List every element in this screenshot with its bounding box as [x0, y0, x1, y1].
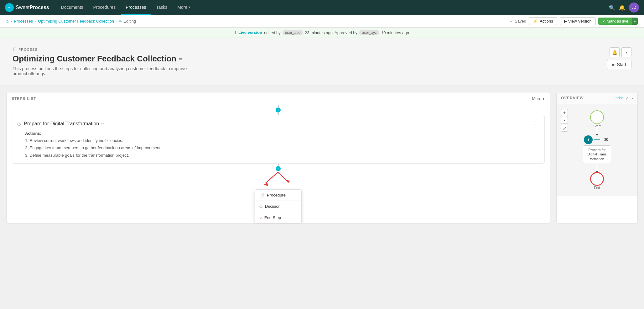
- chevron-right-icon[interactable]: ›: [631, 96, 633, 101]
- print-link[interactable]: print: [615, 96, 623, 100]
- steps-more-button[interactable]: More ▾: [532, 96, 545, 101]
- diamond-icon: ◇: [259, 204, 262, 209]
- list-item: Review current workflows and identify in…: [25, 137, 539, 144]
- brand-name: SweetProcess: [16, 5, 49, 10]
- zoom-out-button[interactable]: -: [561, 117, 568, 124]
- step-options-button[interactable]: ⋮: [530, 120, 539, 128]
- notifications-icon[interactable]: 🔔: [619, 5, 625, 11]
- overview-header-actions: print ⤢ ›: [615, 96, 633, 101]
- icon-buttons: 🔔 ⋮: [610, 47, 631, 57]
- step-type-dropdown: 📄 Procedure ◇ Decision ○ End Step: [255, 189, 302, 223]
- step-1-box-wrapper: Prepare for Digital Trans formation: [583, 145, 611, 163]
- nav-processes[interactable]: Processes: [121, 0, 150, 15]
- list-item: Define measurable goals for the transfor…: [25, 152, 539, 159]
- process-title: Optimizing Customer Feedback Collection …: [13, 54, 200, 64]
- circle-icon: ○: [259, 215, 262, 220]
- live-version-link[interactable]: Live version: [238, 30, 262, 35]
- process-label: 📋 PROCESS: [13, 47, 200, 51]
- brand-logo[interactable]: SweetProcess: [5, 3, 49, 12]
- user-avatar[interactable]: JD: [629, 3, 639, 13]
- zoom-in-button[interactable]: +: [561, 109, 568, 116]
- start-circle: [590, 110, 604, 124]
- end-circle: [590, 172, 604, 186]
- arrow-indicators: [247, 170, 309, 189]
- breadcrumb-home[interactable]: ⌂: [6, 19, 9, 24]
- process-info: 📋 PROCESS Optimizing Customer Feedback C…: [13, 47, 200, 76]
- start-node: Start: [590, 110, 604, 128]
- overview-title: OVERVIEW: [561, 96, 584, 100]
- process-description: This process outlines the steps for coll…: [13, 66, 200, 76]
- brand-icon: [5, 3, 14, 12]
- dropdown-procedure[interactable]: 📄 Procedure: [255, 190, 301, 201]
- steps-list-title: STEPS LIST: [12, 97, 36, 101]
- navbar: SweetProcess Documents Procedures Proces…: [0, 0, 644, 15]
- live-version-banner: ℹ Live version edited by user_abc 23 min…: [0, 28, 644, 38]
- breadcrumb-actions: ✓ Saved ⚡ Actions ▶ View Version ✓ Mark …: [510, 17, 638, 25]
- process-header-actions: 🔔 ⋮ ▶ Start: [607, 47, 631, 69]
- editor-user-tag: user_abc: [283, 30, 303, 35]
- arrow-1: [597, 128, 597, 135]
- title-edit-icon[interactable]: ✏: [179, 56, 183, 61]
- step-type-icon: ◇: [17, 121, 21, 127]
- mark-live-group: ✓ Mark as live ▾: [598, 18, 638, 25]
- breadcrumb-editing: ✏ Editing: [119, 19, 136, 24]
- dropdown-decision[interactable]: ◇ Decision: [255, 201, 301, 212]
- list-item: Engage key team members to gather feedba…: [25, 144, 539, 151]
- process-title-row: 📋 PROCESS Optimizing Customer Feedback C…: [13, 47, 631, 76]
- breadcrumb: ⌂ › Processes › Optimizing Customer Feed…: [0, 15, 644, 28]
- mark-as-live-button[interactable]: ✓ Mark as live: [598, 18, 632, 25]
- bell-button[interactable]: 🔔: [610, 47, 620, 57]
- info-icon: ℹ: [235, 30, 236, 35]
- x-node: ✕: [601, 135, 610, 144]
- play-icon: ▶: [612, 63, 615, 67]
- breadcrumb-processes[interactable]: Processes: [14, 19, 33, 24]
- step-card: ◇ Prepare for Digital Transformation ✏ ⋮…: [12, 115, 545, 164]
- document-icon: 📄: [259, 193, 264, 197]
- steps-list-header: STEPS LIST More ▾: [7, 92, 550, 105]
- red-arrows-svg: [247, 170, 309, 189]
- search-icon[interactable]: 🔍: [609, 5, 615, 11]
- approver-user-tag: user_xyz: [359, 30, 379, 35]
- nav-procedures[interactable]: Procedures: [89, 0, 120, 15]
- breadcrumb-process-name[interactable]: Optimizing Customer Feedback Collection: [38, 19, 114, 24]
- top-connector: +: [7, 105, 550, 115]
- expand-icon[interactable]: ⤢: [625, 96, 629, 101]
- nav-tasks[interactable]: Tasks: [152, 0, 172, 15]
- connector-line: [594, 139, 600, 140]
- arrow-2: [597, 165, 597, 171]
- process-header: 📋 PROCESS Optimizing Customer Feedback C…: [0, 38, 644, 86]
- overview-diagram: Start 1 ✕ Prepare for Digital Trans form…: [560, 107, 634, 193]
- step-1-row: 1 ✕: [584, 135, 610, 144]
- step-name: Prepare for Digital Transformation ✏: [24, 121, 527, 127]
- nav-documents[interactable]: Documents: [57, 0, 88, 15]
- overview-header: OVERVIEW print ⤢ ›: [557, 92, 637, 104]
- overview-body: + - ⤢ Start 1 ✕: [557, 104, 637, 196]
- bottom-connector-area: + 📄 Procedure: [7, 164, 550, 223]
- overview-panel: OVERVIEW print ⤢ › + - ⤢ Start: [556, 92, 638, 224]
- nav-more[interactable]: More ▾: [173, 0, 195, 15]
- actions-button[interactable]: ⚡ Actions: [529, 17, 557, 25]
- step-name-edit-icon[interactable]: ✏: [101, 122, 104, 126]
- nav-items: Documents Procedures Processes Tasks Mor…: [57, 0, 609, 15]
- svg-marker-4: [286, 180, 290, 183]
- dropdown-end-step[interactable]: ○ End Step: [255, 212, 301, 223]
- zoom-fit-button[interactable]: ⤢: [561, 125, 568, 132]
- view-version-button[interactable]: ▶ View Version: [560, 17, 596, 25]
- start-process-button[interactable]: ▶ Start: [607, 60, 631, 69]
- saved-status: ✓ Saved: [510, 19, 526, 24]
- start-label: Start: [593, 124, 600, 128]
- mark-live-dropdown[interactable]: ▾: [632, 18, 638, 25]
- main-content: STEPS LIST More ▾ + ◇ Prepare for Digita…: [0, 86, 644, 230]
- nav-right: 🔍 🔔 JD: [609, 3, 639, 13]
- steps-panel: STEPS LIST More ▾ + ◇ Prepare for Digita…: [6, 92, 550, 224]
- menu-button[interactable]: ⋮: [621, 47, 631, 57]
- end-label: End: [594, 186, 600, 190]
- step-card-header: ◇ Prepare for Digital Transformation ✏ ⋮: [17, 120, 539, 128]
- step-1-number: 1: [584, 135, 593, 144]
- lightning-icon: ⚡: [533, 19, 538, 24]
- svg-line-1: [266, 172, 278, 183]
- add-step-top-button[interactable]: +: [276, 107, 281, 113]
- step-actions-label: Actions:: [25, 131, 539, 136]
- end-node: End: [590, 172, 604, 190]
- step-1-box[interactable]: Prepare for Digital Trans formation: [583, 145, 611, 163]
